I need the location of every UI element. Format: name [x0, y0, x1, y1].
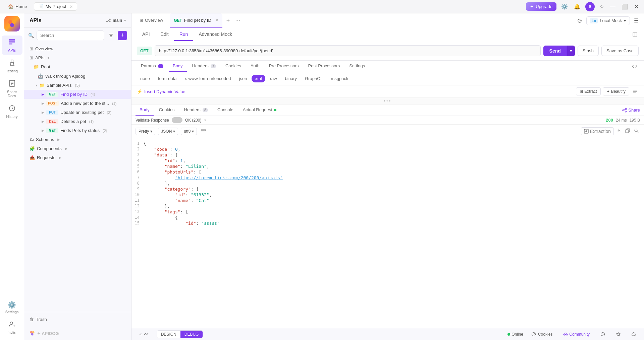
download-btn[interactable] — [615, 127, 623, 135]
url-input[interactable] — [155, 45, 541, 56]
tab-overview[interactable]: ⊞ Overview — [136, 13, 167, 28]
upgrade-button[interactable]: ✦ Upgrade — [526, 2, 556, 11]
schemas-item[interactable]: 🗂 Schemas ▶ — [24, 135, 131, 144]
body-type-urlencoded[interactable]: x-www-form-urlencoded — [181, 75, 234, 82]
param-tab-cookies[interactable]: Cookies — [221, 61, 245, 72]
mock-selector[interactable]: Lo Local Mock ▾ — [586, 16, 630, 25]
resp-tab-body[interactable]: Body — [136, 105, 154, 116]
send-dropdown-button[interactable]: ▾ — [567, 46, 575, 56]
sidebar-item-apis[interactable]: APIs — [2, 36, 22, 55]
save-as-case-button[interactable]: Save as Case — [601, 46, 639, 56]
user-feedback-btn[interactable] — [613, 331, 623, 338]
ok-chevron-icon[interactable]: ▾ — [204, 118, 206, 122]
components-item[interactable]: 🧩 Components ▶ — [24, 144, 131, 153]
close-tab-icon[interactable]: ✕ — [69, 4, 73, 9]
body-type-msgpack[interactable]: msgpack — [327, 75, 352, 82]
more-btn[interactable] — [631, 88, 639, 95]
sample-apis-item[interactable]: ▾ 📁 Sample APIs (5) — [24, 81, 131, 90]
sidebar-item-testing[interactable]: Testing — [2, 56, 22, 76]
resp-tab-actual[interactable]: Actual Request — [239, 105, 281, 116]
expand-panel-btn[interactable] — [631, 31, 639, 38]
resp-tab-console[interactable]: Console — [213, 105, 237, 116]
tab-close-icon[interactable]: ✕ — [215, 18, 218, 22]
design-tab[interactable]: DESIGN — [157, 331, 180, 338]
copy-btn[interactable] — [624, 127, 631, 135]
endpoint-deletepet[interactable]: ▶ DEL Deletes a pet (1) — [24, 117, 131, 126]
collapse-panel-btn[interactable]: « << — [137, 331, 151, 338]
param-tab-body[interactable]: Body — [169, 61, 187, 72]
avatar[interactable]: S — [585, 2, 595, 11]
subtab-api[interactable]: API — [137, 28, 155, 41]
wrap-lines-btn[interactable] — [200, 127, 208, 136]
param-tab-headers[interactable]: Headers 7 — [188, 61, 220, 72]
subtab-edit[interactable]: Edit — [155, 28, 174, 41]
share-button[interactable]: Share — [622, 108, 640, 113]
endpoint-findpet[interactable]: ▶ GET Find pet by ID (4) — [24, 90, 131, 99]
charset-select[interactable]: utf8 ▾ — [181, 128, 197, 135]
filter-button[interactable] — [107, 31, 115, 40]
project-tab[interactable]: 📄 My Project ✕ — [34, 2, 77, 11]
cookies-bottom-btn[interactable]: Cookies — [529, 331, 555, 338]
bell-icon-btn[interactable]: 🔔 — [573, 2, 582, 11]
maximize-btn[interactable]: ⬜ — [620, 2, 630, 11]
more-tabs-button[interactable]: ··· — [234, 17, 241, 24]
send-button[interactable]: Send — [543, 46, 567, 56]
search-input[interactable] — [37, 30, 104, 40]
root-item[interactable]: 📁 Root — [24, 62, 131, 71]
overview-item[interactable]: ⊞ Overview — [24, 44, 131, 53]
param-tab-post[interactable]: Post Processors — [304, 61, 344, 72]
add-api-button[interactable]: + — [118, 31, 127, 40]
format-select[interactable]: Pretty ▾ — [136, 128, 155, 135]
star-icon-btn[interactable]: ☆ — [598, 2, 605, 11]
body-type-none[interactable]: none — [137, 75, 153, 82]
extract-button[interactable]: ⊞ Extract — [576, 87, 600, 95]
resp-tab-cookies[interactable]: Cookies — [155, 105, 179, 116]
resp-tab-headers[interactable]: Headers 8 — [180, 105, 212, 116]
trash-item[interactable]: 🗑 Trash — [24, 315, 131, 324]
body-type-binary[interactable]: binary — [282, 75, 300, 82]
community-btn[interactable]: Community — [560, 331, 592, 338]
close-window-btn[interactable]: ✕ — [633, 2, 640, 11]
endpoint-updatepet[interactable]: ▶ PUT Update an existing pet (2) — [24, 108, 131, 117]
body-type-graphql[interactable]: GraphQL — [302, 75, 326, 82]
sidebar-item-invite[interactable]: Invite — [2, 318, 22, 337]
body-type-json[interactable]: json — [236, 75, 251, 82]
insert-dynamic-value-btn[interactable]: ⚡ Insert Dynamic Value — [137, 89, 185, 94]
sidebar-item-settings[interactable]: ⚙️ Settings — [2, 298, 22, 317]
minimize-btn[interactable]: — — [609, 2, 617, 11]
param-tab-params[interactable]: Params 1 — [137, 61, 167, 72]
help-btn[interactable]: ? — [598, 331, 608, 338]
search-code-btn[interactable] — [633, 127, 640, 135]
param-tab-pre[interactable]: Pre Processors — [265, 61, 303, 72]
stash-button[interactable]: Stash — [578, 46, 599, 56]
subtab-run[interactable]: Run — [174, 28, 194, 41]
menu-icon-btn[interactable]: ☰ — [633, 16, 640, 25]
walkthrough-item[interactable]: 🤖 Walk through Apidog — [24, 71, 131, 81]
extraction-btn[interactable]: Extraction — [581, 127, 614, 135]
debug-tab[interactable]: DEBUG — [180, 331, 203, 338]
param-tab-auth[interactable]: Auth — [247, 61, 264, 72]
tab-get-findpet[interactable]: GET Find pet by ID ✕ — [170, 13, 222, 28]
endpoint-addpet[interactable]: ▶ POST Add a new pet to the st... (1) — [24, 99, 131, 108]
validate-toggle[interactable] — [172, 117, 182, 123]
body-type-raw[interactable]: raw — [267, 75, 280, 82]
body-type-formdata[interactable]: form-data — [155, 75, 180, 82]
notification-bottom-btn[interactable] — [629, 331, 639, 338]
sidebar-item-history[interactable]: History — [2, 102, 22, 121]
sidebar-item-sharedocs[interactable]: Share Docs — [2, 77, 22, 100]
refresh-button[interactable] — [576, 17, 584, 25]
code-view-btn[interactable] — [631, 62, 639, 70]
apis-section[interactable]: ⊞ APIs ▾ — [24, 53, 131, 62]
resizer-handle[interactable]: ••• — [131, 98, 644, 105]
home-tab[interactable]: 🏠 Home — [4, 3, 31, 10]
endpoint-findstatus[interactable]: ▶ GET Finds Pets by status (2) — [24, 126, 131, 135]
settings-icon-btn[interactable]: ⚙️ — [560, 2, 569, 11]
encoding-select[interactable]: JSON ▾ — [158, 128, 178, 135]
add-tab-button[interactable]: + — [225, 17, 231, 24]
body-type-xml[interactable]: xml — [252, 75, 265, 82]
requests-item[interactable]: 📤 Requests ▶ — [24, 153, 131, 162]
subtab-advanced-mock[interactable]: Advanced Mock — [193, 28, 237, 41]
branch-chevron-icon[interactable]: ▾ — [124, 19, 126, 22]
param-tab-settings[interactable]: Settings — [345, 61, 369, 72]
beautify-button[interactable]: ✦ Beautify — [603, 87, 629, 95]
